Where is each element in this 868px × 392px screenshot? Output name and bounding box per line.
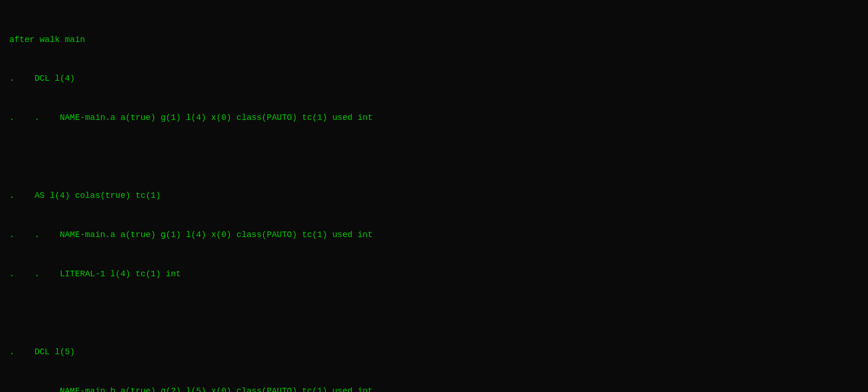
line-header: after walk main xyxy=(9,34,859,47)
line-literal1: . . LITERAL-1 l(4) tc(1) int xyxy=(9,268,859,281)
line-name2: . . NAME-main.a a(true) g(1) l(4) x(0) c… xyxy=(9,229,859,242)
empty-line-2 xyxy=(9,307,859,320)
line-dcl1: . DCL l(4) xyxy=(9,72,859,85)
code-output: after walk main . DCL l(4) . . NAME-main… xyxy=(9,7,859,392)
line-as1: . AS l(4) colas(true) tc(1) xyxy=(9,189,859,203)
line-name3: . . NAME-main.b a(true) g(2) l(5) x(0) c… xyxy=(9,385,859,392)
line-dcl2: . DCL l(5) xyxy=(9,346,859,359)
empty-line-1 xyxy=(9,151,859,164)
line-name1: . . NAME-main.a a(true) g(1) l(4) x(0) c… xyxy=(9,112,859,125)
